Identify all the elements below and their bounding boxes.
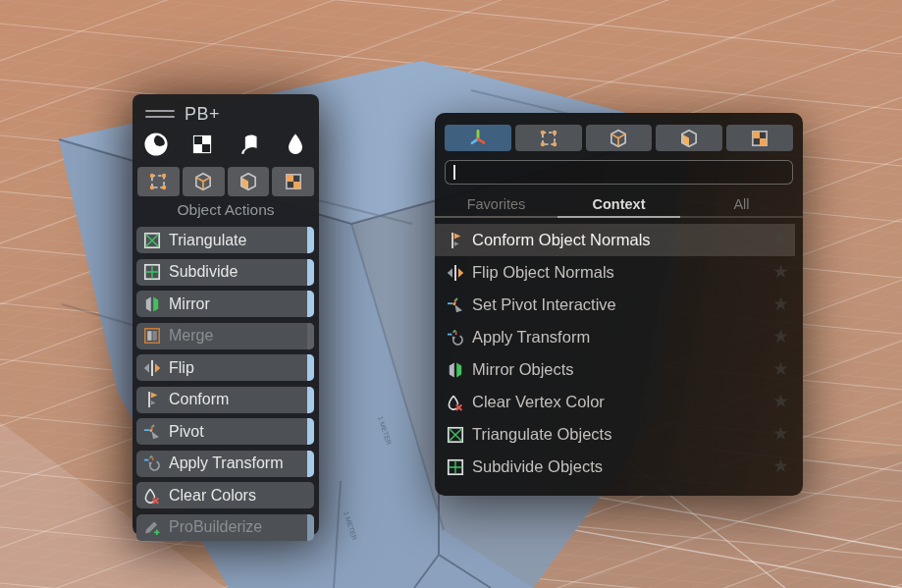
favorite-star-icon[interactable]: ★ <box>772 390 789 412</box>
conform-icon <box>142 390 162 409</box>
object-gizmo-icon <box>467 128 489 149</box>
favorite-star-icon[interactable]: ★ <box>772 454 789 477</box>
tab-object-mode[interactable] <box>445 125 511 151</box>
triangulate-button[interactable]: Triangulate <box>136 227 314 253</box>
options-strip[interactable] <box>307 354 314 381</box>
flip-button[interactable]: Flip <box>136 354 314 381</box>
merge-icon <box>142 326 162 346</box>
droplet-icon[interactable] <box>273 132 320 157</box>
probuilderize-button: ProBuilderize <box>136 514 314 541</box>
tab-element-mode[interactable] <box>726 125 793 151</box>
selection-mode-row <box>137 167 314 196</box>
vertex-mode-icon <box>538 128 559 149</box>
tab-context[interactable]: Context <box>557 192 680 216</box>
mode-tab-row <box>445 125 793 151</box>
tool-icon-row <box>133 128 319 161</box>
list-item-flip-object-normals[interactable]: Flip Object Normals ★ <box>435 256 803 289</box>
options-strip[interactable] <box>307 259 314 286</box>
section-label: Object Actions <box>133 201 319 220</box>
options-strip <box>307 514 314 541</box>
mirror-icon <box>142 294 162 314</box>
merge-button: Merge <box>136 323 314 349</box>
list-item-subdivide-objects[interactable]: Subdivide Objects ★ <box>435 451 803 483</box>
element-mode-button[interactable] <box>272 167 314 196</box>
probuilderize-icon <box>142 517 162 537</box>
clear-colors-icon <box>446 393 465 412</box>
options-strip[interactable] <box>307 418 314 445</box>
tab-edge-mode[interactable] <box>586 125 653 151</box>
tab-vertex-mode[interactable] <box>515 125 582 151</box>
favorite-star-icon[interactable]: ★ <box>772 357 789 380</box>
mirror-icon <box>446 360 465 380</box>
favorite-star-icon[interactable]: ★ <box>772 422 789 445</box>
subdivide-button[interactable]: Subdivide <box>136 259 314 286</box>
list-item-clear-vertex-color[interactable]: Clear Vertex Color ★ <box>435 386 803 418</box>
sphere-icon[interactable] <box>133 132 180 157</box>
apply-transform-icon <box>446 328 465 347</box>
command-palette-panel: Favorites Context All Conform Object Nor… <box>435 113 803 496</box>
list-item-apply-transform[interactable]: Apply Transform ★ <box>435 321 803 353</box>
list-item-triangulate-objects[interactable]: Triangulate Objects ★ <box>435 418 803 451</box>
conform-icon <box>446 231 465 250</box>
filter-tab-row: Favorites Context All <box>435 192 803 216</box>
face-mode-icon <box>678 128 700 149</box>
options-strip[interactable] <box>307 291 314 317</box>
tab-favorites[interactable]: Favorites <box>435 192 557 216</box>
object-actions-list: Triangulate Subdivide Mirror Merge Flip … <box>136 227 314 541</box>
apply-transform-button[interactable]: Apply Transform <box>136 451 314 477</box>
options-strip[interactable] <box>307 387 314 413</box>
favorite-star-icon[interactable]: ★ <box>772 228 789 250</box>
text-caret <box>453 165 455 180</box>
uv-flag-icon[interactable] <box>226 132 273 157</box>
subdivide-icon <box>142 262 162 282</box>
vertex-mode-button[interactable] <box>137 167 180 196</box>
search-box <box>445 160 793 185</box>
panel-header: PB+ <box>133 94 319 125</box>
favorite-star-icon[interactable]: ★ <box>772 260 789 283</box>
element-checker-icon <box>749 128 770 149</box>
checker-icon[interactable] <box>180 132 227 157</box>
tab-all[interactable]: All <box>680 192 803 216</box>
clear-colors-button[interactable]: Clear Colors <box>136 482 314 508</box>
triangulate-icon <box>446 425 465 445</box>
pivot-icon <box>446 295 465 315</box>
list-item-mirror-objects[interactable]: Mirror Objects ★ <box>435 353 803 386</box>
pivot-icon <box>142 422 162 442</box>
clear-colors-icon <box>142 486 162 506</box>
options-strip <box>307 323 314 349</box>
favorite-star-icon[interactable]: ★ <box>772 325 789 347</box>
flip-icon <box>446 263 465 283</box>
list-item-set-pivot-interactive[interactable]: Set Pivot Interactive ★ <box>435 289 803 321</box>
command-list: Conform Object Normals ★ Flip Object Nor… <box>435 224 803 483</box>
edge-mode-button[interactable] <box>183 167 225 196</box>
options-strip[interactable] <box>307 227 314 253</box>
tab-face-mode[interactable] <box>656 125 722 151</box>
search-input[interactable] <box>446 161 792 184</box>
options-strip[interactable] <box>307 451 314 477</box>
filter-tab-underline <box>435 216 803 218</box>
apply-transform-icon <box>142 454 162 473</box>
pivot-button[interactable]: Pivot <box>136 418 314 445</box>
drag-handle-icon[interactable] <box>145 110 175 118</box>
probuilder-panel: PB+ Object Actions Triangulate Subdivide… <box>133 94 319 535</box>
flip-icon <box>142 358 162 378</box>
favorite-star-icon[interactable]: ★ <box>772 293 789 315</box>
list-item-conform-object-normals[interactable]: Conform Object Normals ★ <box>435 224 795 256</box>
panel-title: PB+ <box>185 104 220 125</box>
mirror-button[interactable]: Mirror <box>136 291 314 317</box>
subdivide-icon <box>446 457 465 477</box>
triangulate-icon <box>142 231 162 250</box>
edge-mode-icon <box>608 128 629 149</box>
conform-button[interactable]: Conform <box>136 387 314 413</box>
face-mode-button[interactable] <box>228 167 270 196</box>
